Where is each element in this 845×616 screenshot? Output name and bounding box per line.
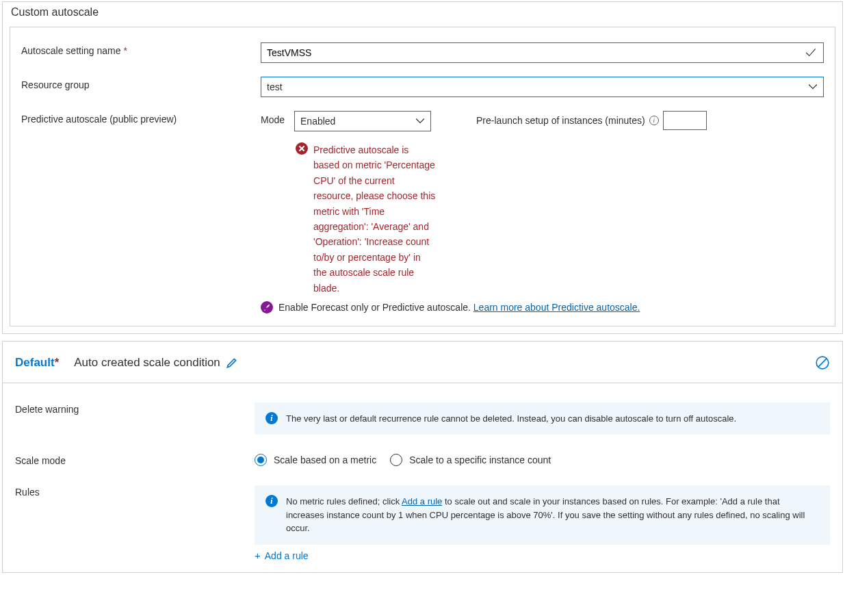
prelaunch-label: Pre-launch setup of instances (minutes) bbox=[476, 115, 645, 126]
scale-mode-metric-label: Scale based on a metric bbox=[274, 454, 376, 465]
add-rule-button[interactable]: + Add a rule bbox=[255, 550, 309, 561]
mode-value: Enabled bbox=[300, 116, 335, 127]
info-icon: i bbox=[265, 495, 278, 507]
predictive-error-text: Predictive autoscale is based on metric … bbox=[313, 142, 437, 296]
setting-name-label: Autoscale setting name * bbox=[21, 42, 261, 56]
rules-label: Rules bbox=[15, 485, 255, 498]
resource-group-row: Resource group test bbox=[21, 77, 824, 97]
edit-icon[interactable] bbox=[226, 357, 238, 369]
delete-warning-label: Delete warning bbox=[15, 402, 255, 415]
rules-row: Rules i No metric rules defined; click A… bbox=[15, 485, 830, 561]
delete-warning-text: The very last or default recurrence rule… bbox=[286, 412, 736, 426]
predictive-helper: Enable Forecast only or Predictive autos… bbox=[261, 301, 824, 313]
resource-group-label: Resource group bbox=[21, 77, 261, 90]
setting-name-input[interactable] bbox=[261, 42, 824, 63]
chevron-down-icon bbox=[808, 82, 818, 92]
rules-info: i No metric rules defined; click Add a r… bbox=[255, 485, 830, 545]
scale-condition-panel: Default* Auto created scale condition De… bbox=[2, 341, 843, 574]
scale-mode-radio-group: Scale based on a metric Scale to a speci… bbox=[255, 454, 830, 466]
mode-dropdown[interactable]: Enabled bbox=[294, 111, 431, 131]
info-icon[interactable]: i bbox=[649, 116, 659, 125]
plus-icon: + bbox=[255, 550, 261, 561]
rules-info-text: No metric rules defined; click Add a rul… bbox=[286, 495, 819, 535]
delete-warning-info: i The very last or default recurrence ru… bbox=[255, 402, 830, 435]
prelaunch-group: Pre-launch setup of instances (minutes) … bbox=[476, 111, 707, 130]
custom-autoscale-panel: Custom autoscale Autoscale setting name … bbox=[2, 1, 843, 334]
scale-condition-body: Delete warning i The very last or defaul… bbox=[3, 383, 842, 573]
prelaunch-input[interactable] bbox=[663, 111, 707, 130]
scale-condition-title: Auto created scale condition bbox=[74, 356, 220, 370]
scale-condition-header: Default* Auto created scale condition bbox=[3, 342, 842, 383]
info-icon: i bbox=[265, 412, 278, 424]
default-badge: Default* bbox=[15, 356, 59, 370]
predictive-autoscale-label: Predictive autoscale (public preview) bbox=[21, 111, 261, 125]
setting-name-row: Autoscale setting name * bbox=[21, 42, 824, 63]
autoscale-settings-box: Autoscale setting name * Resource group … bbox=[10, 27, 835, 326]
resource-group-dropdown[interactable]: test bbox=[261, 77, 824, 97]
panel-title: Custom autoscale bbox=[3, 2, 842, 23]
add-rule-label: Add a rule bbox=[265, 550, 309, 561]
scale-mode-count-radio[interactable]: Scale to a specific instance count bbox=[390, 454, 551, 466]
scale-mode-label: Scale mode bbox=[15, 454, 255, 466]
resource-group-value: test bbox=[267, 81, 283, 92]
error-icon bbox=[296, 142, 308, 155]
delete-warning-row: Delete warning i The very last or defaul… bbox=[15, 402, 830, 435]
chevron-down-icon bbox=[415, 116, 425, 126]
svg-line-1 bbox=[818, 359, 827, 367]
disable-icon[interactable] bbox=[815, 355, 830, 370]
learn-more-link[interactable]: Learn more about Predictive autoscale. bbox=[473, 302, 640, 313]
scale-mode-metric-radio[interactable]: Scale based on a metric bbox=[255, 454, 376, 466]
predictive-helper-text: Enable Forecast only or Predictive autos… bbox=[278, 302, 640, 313]
scale-mode-count-label: Scale to a specific instance count bbox=[409, 454, 551, 465]
predictive-autoscale-row: Predictive autoscale (public preview) Mo… bbox=[21, 111, 824, 313]
rocket-icon bbox=[261, 301, 273, 313]
add-rule-inline-link[interactable]: Add a rule bbox=[402, 496, 442, 506]
mode-label: Mode bbox=[261, 111, 289, 125]
scale-mode-row: Scale mode Scale based on a metric Scale… bbox=[15, 454, 830, 466]
predictive-error: Predictive autoscale is based on metric … bbox=[296, 142, 437, 296]
